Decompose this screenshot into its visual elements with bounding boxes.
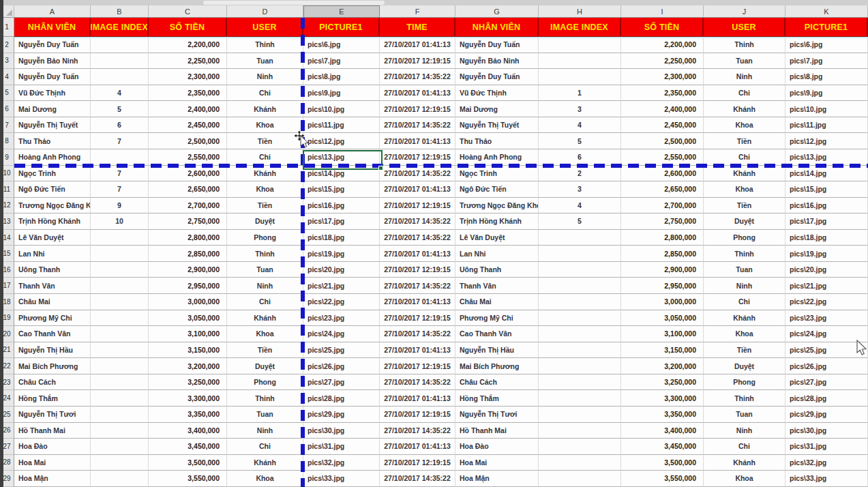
cell-K17[interactable]: pics\21.jpg [785, 278, 868, 294]
cell-H29[interactable] [539, 471, 621, 487]
cell-E28[interactable]: pics\32.jpg [303, 455, 380, 471]
cell-I27[interactable]: 3,450,000 [621, 439, 704, 455]
cell-A16[interactable]: Uông Thanh [14, 262, 91, 278]
cell-K24[interactable]: pics\28.jpg [785, 390, 868, 407]
cell-A12[interactable]: Trương Ngọc Đăng Khoa [14, 198, 91, 214]
cell-F11[interactable]: 27/10/2017 01:41:13 [380, 181, 455, 198]
cell-H22[interactable] [539, 358, 621, 374]
cell-K3[interactable]: pics\7.jpg [785, 53, 868, 70]
cell-B22[interactable] [91, 358, 149, 374]
cell-G3[interactable]: Nguyễn Bảo Ninh [455, 53, 539, 70]
cell-C7[interactable]: 2,450,000 [149, 117, 227, 134]
cell-B13[interactable]: 10 [91, 213, 149, 230]
cell-A11[interactable]: Ngô Đức Tiến [14, 181, 91, 198]
cell-A5[interactable]: Vũ Đức Thịnh [14, 85, 91, 102]
cell-H24[interactable] [539, 390, 621, 407]
cell-B29[interactable] [91, 471, 149, 487]
cell-B9[interactable] [91, 149, 149, 166]
column-header-E[interactable]: E [303, 5, 380, 18]
cell-I4[interactable]: 2,300,000 [621, 69, 704, 85]
cell-C4[interactable]: 2,300,000 [149, 69, 227, 85]
cell-K21[interactable]: pics\25.jpg [785, 342, 868, 359]
cell-K18[interactable]: pics\22.jpg [785, 294, 868, 310]
cell-K8[interactable]: pics\12.jpg [785, 133, 868, 149]
cell-J27[interactable]: Chi [704, 439, 785, 455]
cell-J25[interactable]: Tuan [704, 407, 785, 423]
cell-G7[interactable]: Nguyễn Thị Tuyết [455, 117, 539, 134]
cell-F28[interactable]: 27/10/2017 12:19:15 [380, 455, 455, 471]
cell-D22[interactable]: Duyệt [227, 358, 303, 374]
cell-B3[interactable] [91, 53, 149, 70]
cell-B20[interactable] [91, 326, 149, 342]
cell-H21[interactable] [539, 342, 621, 359]
cell-E22[interactable]: pics\26.jpg [303, 358, 380, 374]
cell-B4[interactable] [91, 69, 149, 85]
cell-H26[interactable] [539, 423, 621, 439]
cell-F13[interactable]: 27/10/2017 14:35:22 [380, 213, 455, 230]
cell-J24[interactable]: Thinh [704, 390, 785, 407]
cell-E2[interactable]: pics\6.jpg [303, 37, 380, 53]
cell-D3[interactable]: Tuan [227, 53, 303, 70]
cell-E16[interactable]: pics\20.jpg [303, 262, 380, 278]
cell-G13[interactable]: Trịnh Hồng Khánh [455, 213, 539, 230]
cell-J9[interactable]: Chi [704, 149, 785, 166]
cell-J22[interactable]: Duyệt [704, 358, 785, 374]
cell-J10[interactable]: Khánh [704, 166, 785, 182]
cell-D15[interactable]: Thinh [227, 246, 303, 262]
cell-A6[interactable]: Mai Dương [14, 101, 91, 117]
cell-F23[interactable]: 27/10/2017 14:35:22 [380, 374, 455, 391]
cell-B10[interactable]: 7 [91, 166, 149, 182]
cell-G28[interactable]: Hoa Mai [455, 455, 539, 471]
cell-H19[interactable] [539, 310, 621, 327]
cell-I7[interactable]: 2,450,000 [621, 117, 704, 134]
cell-B7[interactable]: 6 [91, 117, 149, 134]
cell-K19[interactable]: pics\23.jpg [785, 310, 868, 327]
cell-G27[interactable]: Hoa Đào [455, 439, 539, 455]
cell-I28[interactable]: 3,500,000 [621, 455, 704, 471]
cell-C12[interactable]: 2,700,000 [149, 198, 227, 214]
cell-E3[interactable]: pics\7.jpg [303, 53, 380, 70]
cell-G14[interactable]: Lê Văn Duyệt [455, 230, 539, 246]
cell-A4[interactable]: Nguyễn Duy Tuấn [14, 69, 91, 85]
cell-K13[interactable]: pics\17.jpg [785, 213, 868, 230]
cell-K10[interactable]: pics\14.jpg [785, 166, 868, 182]
cell-D9[interactable]: Chi [227, 149, 303, 166]
cell-I12[interactable]: 2,700,000 [621, 198, 704, 214]
cell-F22[interactable]: 27/10/2017 12:19:15 [380, 358, 455, 374]
cell-I22[interactable]: 3,200,000 [621, 358, 704, 374]
cell-E11[interactable]: pics\15.jpg [303, 181, 380, 198]
cell-C15[interactable]: 2,850,000 [149, 246, 227, 262]
cell-C17[interactable]: 2,950,000 [149, 278, 227, 294]
cell-K22[interactable]: pics\26.jpg [785, 358, 868, 374]
cell-F6[interactable]: 27/10/2017 12:19:15 [380, 101, 455, 117]
column-header-D[interactable]: D [227, 5, 303, 18]
cell-G6[interactable]: Mai Dương [455, 101, 539, 117]
cell-E26[interactable]: pics\30.jpg [303, 423, 380, 439]
cell-D29[interactable]: Khoa [227, 471, 303, 487]
cell-F20[interactable]: 27/10/2017 14:35:22 [380, 326, 455, 342]
cell-I15[interactable]: 2,850,000 [621, 246, 704, 262]
cell-I24[interactable]: 3,300,000 [621, 390, 704, 407]
cell-D18[interactable]: Chi [227, 294, 303, 310]
cell-H3[interactable] [539, 53, 621, 70]
cell-I25[interactable]: 3,350,000 [621, 407, 704, 423]
cell-B6[interactable]: 5 [91, 101, 149, 117]
cell-F17[interactable]: 27/10/2017 14:35:22 [380, 278, 455, 294]
cell-F8[interactable]: 27/10/2017 01:41:13 [380, 133, 455, 149]
cell-H12[interactable]: 4 [539, 198, 621, 214]
cell-K12[interactable]: pics\16.jpg [785, 198, 868, 214]
cell-A23[interactable]: Châu Cách [14, 374, 91, 391]
cell-D10[interactable]: Khánh [227, 166, 303, 182]
cell-A14[interactable]: Lê Văn Duyệt [14, 230, 91, 246]
cell-C21[interactable]: 3,150,000 [149, 342, 227, 359]
cell-B2[interactable] [91, 37, 149, 53]
cell-H28[interactable] [539, 455, 621, 471]
cell-H7[interactable]: 4 [539, 117, 621, 134]
cell-F25[interactable]: 27/10/2017 12:19:15 [380, 407, 455, 423]
column-header-G[interactable]: G [455, 5, 539, 18]
cell-H11[interactable]: 3 [539, 181, 621, 198]
cell-I16[interactable]: 2,900,000 [621, 262, 704, 278]
cell-K29[interactable]: pics\33.jpg [785, 471, 868, 487]
cell-I6[interactable]: 2,400,000 [621, 101, 704, 117]
header-cell-I1[interactable]: SỐ TIỀN [621, 18, 704, 37]
